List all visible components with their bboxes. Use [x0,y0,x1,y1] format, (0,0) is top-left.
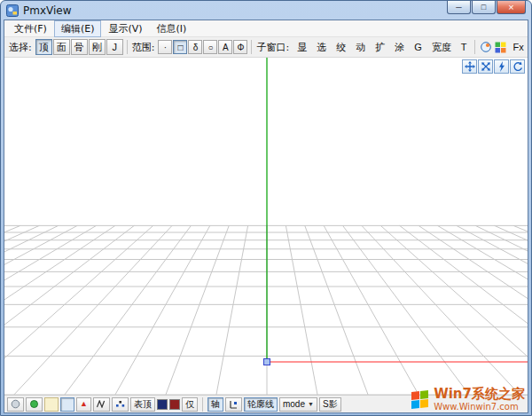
watermark-site-name: Win7系统之家 [434,388,525,402]
red-triangle-icon: ▲ [80,400,88,408]
red-triangle-button[interactable]: ▲ [76,397,91,412]
view-nav-buttons [462,59,525,74]
title-bar: PmxView ─ □ × [4,1,528,20]
client-area: 文件(F) 编辑(E) 显示(V) 信息(I) 选择: 顶 面 骨 刚 J 范围… [4,20,528,413]
range-phi-button[interactable]: Φ [233,40,247,54]
menu-edit[interactable]: 编辑(E) [54,20,102,37]
select-label: 选择: [9,41,32,54]
vertex-toggle-button[interactable] [112,397,129,412]
watermark-text: Win7系统之家 Www.Winwin7.com [434,388,525,412]
range-a-button[interactable]: A [218,40,232,54]
app-icon [6,4,19,17]
sub-paint-button[interactable]: 涂 [390,39,409,56]
rotate-icon [512,61,523,72]
outline-button[interactable]: 轮廓线 [244,397,278,412]
sub-g-button[interactable]: G [410,40,426,54]
shadow-button[interactable]: S影 [319,397,341,412]
range-rect-button[interactable]: □ [173,40,187,54]
mode-dropdown[interactable]: mode ▼ [279,397,317,412]
green-dot-icon [29,399,39,409]
window-controls: ─ □ × [447,1,526,14]
zigzag-icon [97,400,106,408]
sub-width-button[interactable]: 宽度 [427,39,456,56]
local-axis-icon [229,400,239,409]
toolbar-separator [251,40,252,54]
lightning-icon [497,61,507,72]
only-button[interactable]: 仅 [182,397,198,412]
menu-file[interactable]: 文件(F) [7,20,54,37]
pan-arrows-icon [465,61,475,72]
maximize-button[interactable]: □ [472,1,496,14]
palette-icon [495,42,506,53]
light-toggle-button-2[interactable] [60,397,74,412]
pmxview-window: PmxView ─ □ × 文件(F) 编辑(E) 显示(V) 信息(I) 选择… [0,0,532,416]
material-sphere-icon [480,41,492,53]
axis-button[interactable]: 轴 [207,397,223,412]
sphere-icon [11,399,20,409]
view-move-button[interactable] [478,59,493,74]
toolbar-separator [474,40,475,54]
range-point-button[interactable]: · [158,40,172,54]
chevron-down-icon: ▼ [308,401,314,407]
range-delta-button[interactable]: δ [188,40,202,54]
range-circle-button[interactable]: ○ [203,40,217,54]
wire-toggle-button[interactable] [93,397,110,412]
fx-button[interactable]: Fx [508,40,528,54]
green-light-button[interactable] [26,397,43,412]
sub-expand-button[interactable]: 扩 [371,39,389,56]
local-axis-button[interactable] [225,397,242,412]
light-toggle-button-1[interactable] [44,397,59,412]
show-vertices-button[interactable]: 表顶 [130,397,155,412]
watermark-site-url: Www.Winwin7.com [434,402,525,412]
minimize-button[interactable]: ─ [447,1,471,14]
menu-info[interactable]: 信息(I) [150,20,194,37]
select-joint-button[interactable]: J [106,39,123,55]
sub-motion-button[interactable]: 动 [351,39,370,56]
select-vertex-button[interactable]: 顶 [35,39,52,55]
select-face-button[interactable]: 面 [53,39,70,55]
sub-select-button[interactable]: 选 [312,39,331,56]
window-title: PmxView [23,4,72,17]
toolbar-separator [127,40,128,54]
grid [4,58,528,395]
sub-wire-button[interactable]: 绞 [332,39,350,56]
subwindow-label: 子窗口: [256,41,289,54]
view-rotate-button[interactable] [510,59,525,74]
range-label: 范围: [132,41,155,54]
watermark: Win7系统之家 Www.Winwin7.com [411,388,525,412]
color-swatch-red[interactable] [169,399,180,410]
palette-button[interactable] [494,39,507,55]
mode-label: mode [283,399,305,409]
color-swatch-dark[interactable] [157,399,168,410]
windows-flag-icon [411,390,428,409]
vertices-icon [115,400,125,408]
select-bone-button[interactable]: 骨 [71,39,88,55]
menu-display[interactable]: 显示(V) [101,20,149,37]
material-sphere-button[interactable] [479,39,493,55]
menu-bar: 文件(F) 编辑(E) 显示(V) 信息(I) [4,20,528,37]
view-pan-button[interactable] [462,59,477,74]
main-toolbar: 选择: 顶 面 骨 刚 J 范围: · □ δ ○ A Φ 子窗口: 显 选 绞… [4,37,528,58]
diagonal-arrows-icon [481,61,491,72]
view-mode-button[interactable] [7,397,24,412]
close-button[interactable]: × [497,1,526,14]
view-zoom-button[interactable] [494,59,509,74]
select-rigid-button[interactable]: 刚 [89,39,106,55]
sub-display-button[interactable]: 显 [293,39,311,56]
sub-t-button[interactable]: T [457,40,472,54]
viewport-3d[interactable] [4,58,528,395]
statusbar-separator [202,397,203,412]
